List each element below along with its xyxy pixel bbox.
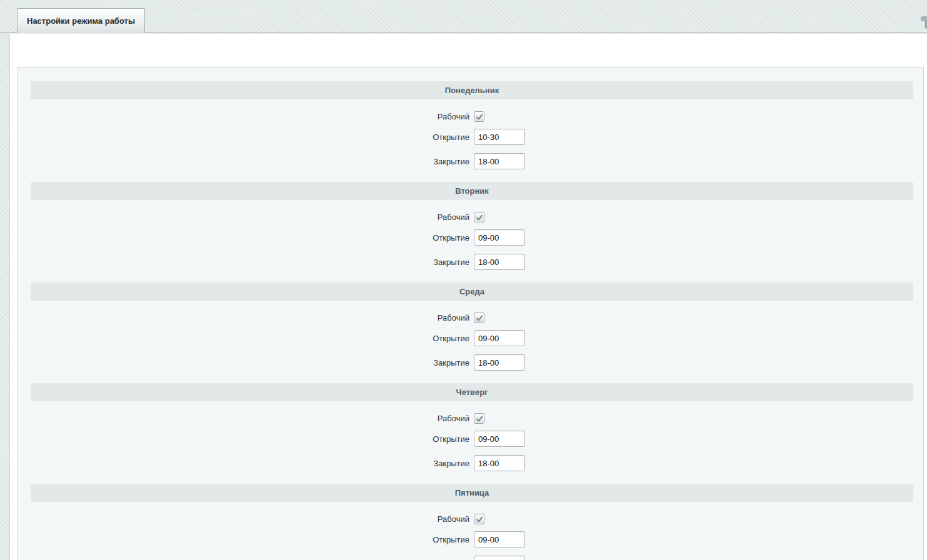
checkmark-icon <box>476 516 483 523</box>
checkmark-icon <box>476 314 483 322</box>
closing-label: Закрытие <box>31 258 469 267</box>
working-checkbox[interactable] <box>474 312 484 323</box>
checkmark-icon <box>476 214 483 221</box>
opening-time-input[interactable] <box>474 531 525 548</box>
working-label: Рабочий <box>31 212 469 222</box>
schedule-form-panel: Понедельник Рабочий Открытие Закрытие Вт… <box>18 67 924 560</box>
day-section-monday: Понедельник Рабочий Открытие Закрытие <box>31 81 913 169</box>
closing-time-input[interactable] <box>474 556 525 560</box>
day-section-wednesday: Среда Рабочий Открытие Закрытие <box>31 282 913 371</box>
closing-time-input[interactable] <box>474 153 525 169</box>
opening-label: Открытие <box>31 535 469 544</box>
checkmark-icon <box>476 415 483 422</box>
opening-label: Открытие <box>31 233 469 242</box>
day-header: Вторник <box>31 182 913 200</box>
opening-time-input[interactable] <box>474 229 525 246</box>
working-checkbox[interactable] <box>474 413 484 424</box>
day-header: Среда <box>31 282 913 301</box>
day-section-tuesday: Вторник Рабочий Открытие Закрытие <box>31 182 913 270</box>
closing-time-input[interactable] <box>474 455 525 471</box>
content-panel: Понедельник Рабочий Открытие Закрытие Вт… <box>9 34 927 560</box>
working-checkbox[interactable] <box>474 514 484 524</box>
opening-label: Открытие <box>31 132 469 142</box>
working-label: Рабочий <box>31 112 469 121</box>
day-header: Четверг <box>31 383 913 401</box>
closing-label: Закрытие <box>31 459 469 468</box>
opening-label: Открытие <box>31 434 469 444</box>
working-checkbox[interactable] <box>474 212 484 222</box>
opening-time-input[interactable] <box>474 431 525 447</box>
working-label: Рабочий <box>31 514 469 524</box>
day-section-thursday: Четверг Рабочий Открытие Закрытие <box>31 383 913 471</box>
closing-time-input[interactable] <box>474 254 525 270</box>
closing-label: Закрытие <box>31 358 469 368</box>
opening-label: Открытие <box>31 334 469 343</box>
pin-icon[interactable] <box>919 14 927 30</box>
working-checkbox[interactable] <box>474 111 484 122</box>
closing-label: Закрытие <box>31 157 469 166</box>
checkmark-icon <box>476 113 483 121</box>
day-header: Пятница <box>31 484 913 502</box>
closing-time-input[interactable] <box>474 354 525 371</box>
working-label: Рабочий <box>31 313 469 322</box>
day-section-friday: Пятница Рабочий Открытие Закрытие <box>31 484 913 560</box>
tab-strip: Настройки режима работы <box>0 0 927 33</box>
working-label: Рабочий <box>31 414 469 423</box>
opening-time-input[interactable] <box>474 129 525 145</box>
day-header: Понедельник <box>31 81 913 99</box>
opening-time-input[interactable] <box>474 330 525 346</box>
tab-work-mode-settings[interactable]: Настройки режима работы <box>17 8 145 33</box>
